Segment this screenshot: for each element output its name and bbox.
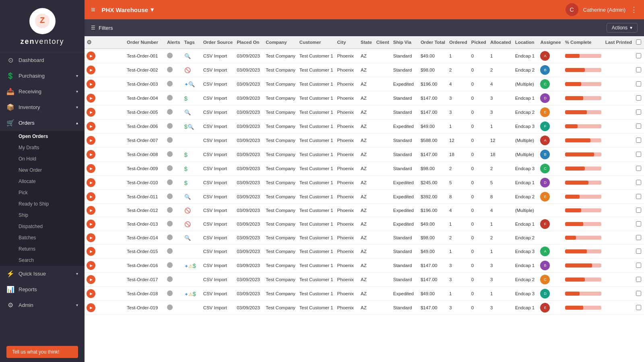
sidebar-item-admin[interactable]: ⚙ Admin ▾ bbox=[0, 297, 85, 313]
row-checkbox[interactable] bbox=[636, 109, 641, 115]
play-button[interactable]: ▶ bbox=[87, 261, 95, 270]
col-header-alerts[interactable]: Alerts bbox=[165, 36, 182, 49]
sidebar-item-new-order[interactable]: New Order bbox=[0, 165, 85, 176]
play-button[interactable]: ▶ bbox=[87, 220, 95, 228]
col-header-location[interactable]: Location bbox=[513, 36, 539, 49]
play-button[interactable]: ▶ bbox=[87, 150, 95, 159]
select-all-checkbox[interactable] bbox=[636, 39, 641, 45]
sidebar-item-on-hold[interactable]: On Hold bbox=[0, 153, 85, 165]
play-cell[interactable]: ▶ bbox=[85, 49, 125, 63]
warehouse-selector[interactable]: PHX Warehouse ▾ bbox=[102, 6, 154, 13]
play-cell[interactable]: ▶ bbox=[85, 301, 125, 315]
play-button[interactable]: ▶ bbox=[87, 275, 95, 284]
row-checkbox[interactable] bbox=[636, 194, 641, 199]
play-button[interactable]: ▶ bbox=[87, 247, 95, 256]
play-button[interactable]: ▶ bbox=[87, 122, 95, 131]
row-checkbox[interactable] bbox=[636, 305, 641, 310]
play-button[interactable]: ▶ bbox=[87, 303, 95, 312]
sidebar-item-dashboard[interactable]: ⊙ Dashboard bbox=[0, 52, 85, 68]
play-cell[interactable]: ▶ bbox=[85, 190, 125, 204]
sidebar-item-ship[interactable]: Ship bbox=[0, 210, 85, 221]
row-checkbox-cell[interactable] bbox=[634, 63, 644, 77]
row-checkbox[interactable] bbox=[636, 67, 641, 72]
sidebar-item-returns[interactable]: Returns bbox=[0, 243, 85, 255]
row-checkbox[interactable] bbox=[636, 138, 641, 143]
column-settings-icon[interactable]: ⚙ bbox=[87, 39, 92, 45]
sidebar-item-quick-issue[interactable]: ⚡ Quick Issue ▾ bbox=[0, 266, 85, 282]
col-header-order-source[interactable]: Order Source bbox=[201, 36, 235, 49]
play-button[interactable]: ▶ bbox=[87, 51, 95, 60]
row-checkbox[interactable] bbox=[636, 81, 641, 86]
play-cell[interactable]: ▶ bbox=[85, 176, 125, 190]
col-header-city[interactable]: City bbox=[335, 36, 359, 49]
sidebar-item-ready-to-ship[interactable]: Ready to Ship bbox=[0, 198, 85, 210]
sidebar-item-orders[interactable]: 🛒 Orders ▴ bbox=[0, 115, 85, 131]
row-checkbox[interactable] bbox=[636, 235, 641, 240]
col-header-last-printed[interactable]: Last Printed bbox=[603, 36, 634, 49]
play-button[interactable]: ▶ bbox=[87, 206, 95, 215]
sidebar-item-dispatched[interactable]: Dispatched bbox=[0, 221, 85, 232]
play-cell[interactable]: ▶ bbox=[85, 119, 125, 134]
col-header-placed-on[interactable]: Placed On bbox=[235, 36, 264, 49]
play-cell[interactable]: ▶ bbox=[85, 245, 125, 259]
play-cell[interactable]: ▶ bbox=[85, 217, 125, 231]
row-checkbox-cell[interactable] bbox=[634, 134, 644, 148]
row-checkbox-cell[interactable] bbox=[634, 259, 644, 273]
col-header-company[interactable]: Company bbox=[264, 36, 297, 49]
sidebar-item-my-drafts[interactable]: My Drafts bbox=[0, 142, 85, 153]
sidebar-item-purchasing[interactable]: 💲 Purchasing ▾ bbox=[0, 68, 85, 84]
col-header-assignee[interactable]: Assignee bbox=[538, 36, 563, 49]
col-header-state[interactable]: State bbox=[359, 36, 374, 49]
row-checkbox-cell[interactable] bbox=[634, 204, 644, 217]
play-cell[interactable]: ▶ bbox=[85, 162, 125, 176]
row-checkbox[interactable] bbox=[636, 95, 641, 101]
sidebar-item-pick[interactable]: Pick bbox=[0, 187, 85, 198]
play-cell[interactable]: ▶ bbox=[85, 134, 125, 148]
row-checkbox-cell[interactable] bbox=[634, 148, 644, 162]
row-checkbox-cell[interactable] bbox=[634, 245, 644, 259]
row-checkbox-cell[interactable] bbox=[634, 301, 644, 315]
col-header-checkbox[interactable] bbox=[634, 36, 644, 49]
row-checkbox[interactable] bbox=[636, 277, 641, 282]
row-checkbox-cell[interactable] bbox=[634, 49, 644, 63]
sidebar-item-allocate[interactable]: Allocate bbox=[0, 176, 85, 187]
row-checkbox-cell[interactable] bbox=[634, 273, 644, 287]
row-checkbox[interactable] bbox=[636, 123, 641, 129]
play-button[interactable]: ▶ bbox=[87, 233, 95, 242]
col-header-pct-complete[interactable]: % Complete bbox=[563, 36, 603, 49]
row-checkbox-cell[interactable] bbox=[634, 217, 644, 231]
play-button[interactable]: ▶ bbox=[87, 80, 95, 88]
row-checkbox-cell[interactable] bbox=[634, 77, 644, 91]
play-button[interactable]: ▶ bbox=[87, 164, 95, 173]
row-checkbox-cell[interactable] bbox=[634, 162, 644, 176]
col-header-allocated[interactable]: Allocated bbox=[488, 36, 513, 49]
play-cell[interactable]: ▶ bbox=[85, 63, 125, 77]
row-checkbox[interactable] bbox=[636, 249, 641, 254]
play-button[interactable]: ▶ bbox=[87, 192, 95, 201]
row-checkbox[interactable] bbox=[636, 180, 641, 185]
col-header-ship-via[interactable]: Ship Via bbox=[391, 36, 419, 49]
col-header-order-total[interactable]: Order Total bbox=[419, 36, 447, 49]
row-checkbox[interactable] bbox=[636, 263, 641, 268]
sidebar-item-open-orders[interactable]: Open Orders bbox=[0, 131, 85, 142]
sidebar-item-receiving[interactable]: 📥 Receiving ▾ bbox=[0, 84, 85, 99]
play-cell[interactable]: ▶ bbox=[85, 259, 125, 273]
more-options-icon[interactable]: ⋮ bbox=[630, 5, 638, 14]
play-button[interactable]: ▶ bbox=[87, 94, 95, 103]
hamburger-icon[interactable]: ≡ bbox=[91, 6, 95, 14]
row-checkbox-cell[interactable] bbox=[634, 176, 644, 190]
row-checkbox-cell[interactable] bbox=[634, 119, 644, 134]
row-checkbox-cell[interactable] bbox=[634, 91, 644, 105]
col-header-customer[interactable]: Customer bbox=[297, 36, 335, 49]
play-cell[interactable]: ▶ bbox=[85, 148, 125, 162]
col-header-picked[interactable]: Picked bbox=[469, 36, 488, 49]
actions-button[interactable]: Actions ▾ bbox=[607, 23, 638, 33]
sidebar-item-reports[interactable]: 📊 Reports bbox=[0, 282, 85, 297]
play-button[interactable]: ▶ bbox=[87, 66, 95, 74]
feedback-button[interactable]: Tell us what you think! bbox=[6, 346, 78, 358]
play-button[interactable]: ▶ bbox=[87, 136, 95, 145]
row-checkbox[interactable] bbox=[636, 221, 641, 226]
sidebar-item-batches[interactable]: Batches bbox=[0, 232, 85, 243]
row-checkbox-cell[interactable] bbox=[634, 231, 644, 245]
play-cell[interactable]: ▶ bbox=[85, 91, 125, 105]
